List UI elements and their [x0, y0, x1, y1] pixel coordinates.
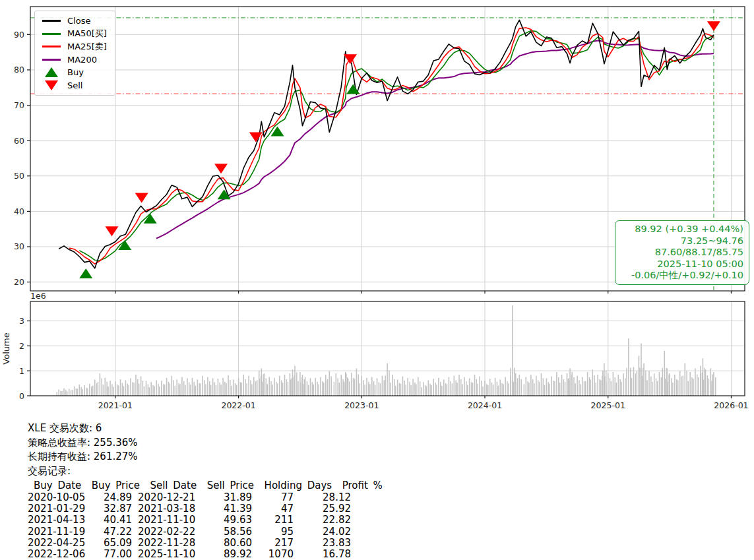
legend-item-ma25: MA25[卖] — [40, 40, 107, 53]
holding-days: 95 — [252, 526, 294, 538]
buy-date: 2020-10-05 — [28, 492, 88, 503]
legend-label: MA200 — [67, 55, 97, 65]
trade-table-header: Buy Date Buy Price Sell Date Sell Price … — [28, 480, 727, 492]
buy-triangle-icon — [45, 67, 58, 77]
summary-block: XLE 交易次数: 6 策略总收益率: 255.36% 长期持有收益: 261.… — [28, 421, 727, 560]
price-tick-label: 50 — [14, 171, 24, 181]
volume-bars — [57, 305, 716, 396]
annotation-ma-line: 87.60/88.17/85.75 — [621, 247, 743, 259]
volume-tick-label: 1 — [19, 366, 24, 376]
trade-count-line: XLE 交易次数: 6 — [28, 421, 727, 436]
buy-marker — [218, 189, 231, 199]
buy-price: 24.89 — [88, 492, 132, 503]
quote-annotation-box: 89.92 (+0.39 +0.44%) 73.25~94.76 87.60/8… — [615, 220, 749, 285]
trade-row: 2021-01-2932.872021-03-1841.394725.92 — [28, 503, 727, 514]
annotation-range-line: 73.25~94.76 — [621, 235, 743, 247]
profit-pct: 24.02 — [294, 526, 351, 538]
strategy-return-line: 策略总收益率: 255.36% — [28, 436, 727, 451]
price-tick-label: 70 — [14, 100, 24, 110]
price-tick-label: 20 — [14, 277, 24, 287]
legend-line-swatch — [40, 59, 63, 61]
holding-days: 211 — [252, 514, 294, 526]
volume-tick-label: 0 — [19, 391, 24, 401]
date-tick-label: 2024-01 — [468, 400, 502, 410]
date-tick-label: 2025-01 — [591, 400, 625, 410]
sell-marker — [135, 193, 148, 202]
legend-marker-swatch — [40, 80, 63, 90]
sell-price: 49.63 — [202, 514, 252, 526]
holding-days: 217 — [252, 538, 294, 549]
trade-row: 2022-04-2565.092022-11-2880.6021723.83 — [28, 538, 727, 549]
legend-label: MA25[卖] — [67, 41, 107, 53]
sell-date: 2020-12-21 — [138, 492, 202, 503]
holding-days: 1070 — [252, 549, 294, 560]
volume-scale-label: 1e6 — [30, 291, 46, 301]
legend-line-swatch — [40, 33, 63, 35]
line-swatch — [42, 33, 61, 35]
buy-date: 2022-12-06 — [28, 549, 88, 560]
legend-line-swatch — [40, 46, 63, 47]
buy-date: 2021-04-13 — [28, 514, 88, 526]
sell-price: 80.60 — [202, 538, 252, 549]
price-tick-label: 40 — [14, 206, 24, 216]
trade-row: 2020-10-0524.892020-12-2131.897728.12 — [28, 492, 727, 503]
date-tick-label: 2021-01 — [98, 400, 133, 410]
legend-label: MA50[买] — [67, 28, 107, 40]
volume-tick-label: 3 — [19, 316, 24, 326]
trade-row: 2021-04-1340.412021-11-1049.6321122.82 — [28, 514, 727, 526]
legend-item-ma50: MA50[买] — [40, 28, 107, 41]
sell-date: 2021-11-10 — [138, 514, 202, 526]
holding-days: 47 — [252, 503, 294, 514]
legend-marker-swatch — [40, 67, 63, 77]
buy-price: 40.41 — [88, 514, 132, 526]
buy-price: 32.87 — [88, 503, 132, 514]
buy-marker — [271, 126, 284, 136]
trade-row: 2022-12-0677.002025-11-1089.92107016.78 — [28, 549, 727, 560]
sell-price: 41.39 — [202, 503, 252, 514]
buy-date: 2021-01-29 — [28, 503, 88, 514]
legend: CloseMA50[买]MA25[卖]MA200BuySell — [34, 11, 115, 96]
sell-price: 89.92 — [202, 549, 252, 560]
trade-row: 2021-11-1947.222022-02-2258.569524.02 — [28, 526, 727, 538]
buy-date: 2022-04-25 — [28, 538, 88, 549]
sell-date: 2022-11-28 — [138, 538, 202, 549]
buy-markers — [79, 84, 360, 278]
volume-tick-label: 2 — [19, 341, 24, 351]
profit-pct: 23.83 — [294, 538, 351, 549]
date-tick-label: 2023-01 — [344, 400, 379, 410]
profit-pct: 25.92 — [294, 503, 351, 514]
sell-marker — [214, 164, 228, 173]
sell-marker — [106, 226, 119, 236]
line-swatch — [42, 46, 61, 47]
legend-item-buy: Buy — [40, 66, 107, 79]
sell-price: 58.56 — [202, 526, 252, 538]
buy-price: 77.00 — [88, 549, 132, 560]
buy-price: 47.22 — [88, 526, 132, 538]
buy-price: 65.09 — [88, 538, 132, 549]
trade-log-title: 交易记录: — [28, 464, 727, 479]
sell-marker — [707, 21, 720, 31]
date-tick-label: 2026-01 — [714, 400, 748, 410]
sell-markers — [106, 21, 720, 236]
price-tick-label: 80 — [14, 65, 24, 75]
annotation-signal-line: -0.06/中性/+0.92/+0.10 — [621, 270, 743, 282]
profit-pct: 28.12 — [294, 492, 351, 503]
profit-pct: 22.82 — [294, 514, 351, 526]
annotation-price-line: 89.92 (+0.39 +0.44%) — [621, 224, 743, 235]
sell-date: 2025-11-10 — [138, 549, 202, 560]
legend-label: Buy — [67, 67, 84, 77]
sell-date: 2021-03-18 — [138, 503, 202, 514]
legend-item-close: Close — [40, 15, 107, 28]
sell-triangle-icon — [45, 80, 58, 90]
date-tick-label: 2022-01 — [221, 400, 255, 410]
sell-price: 31.89 — [202, 492, 252, 503]
legend-label: Sell — [67, 80, 82, 90]
price-tick-label: 90 — [14, 30, 24, 40]
buy-marker — [79, 268, 92, 278]
volume-axis-label: Volume — [1, 332, 11, 364]
legend-item-ma200: MA200 — [40, 53, 107, 67]
buy-date: 2021-11-19 — [28, 526, 88, 538]
trade-table: 2020-10-0524.892020-12-2131.897728.12202… — [28, 492, 727, 560]
sell-date: 2022-02-22 — [138, 526, 202, 538]
price-tick-label: 60 — [14, 136, 24, 146]
